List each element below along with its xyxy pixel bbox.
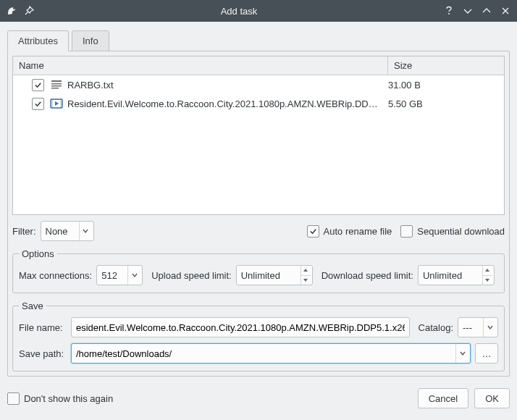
upload-limit-label: Upload speed limit: [151,270,232,281]
cancel-button[interactable]: Cancel [418,388,468,408]
svg-rect-3 [51,83,62,85]
window-title: Add task [35,6,443,17]
spinner-icon [482,266,492,285]
catalog-combo[interactable]: --- [458,317,498,337]
filename-label: File name: [19,322,67,333]
save-legend: Save [19,301,46,311]
file-row-checkbox[interactable] [32,79,44,91]
sequential-download-label: Sequential download [417,226,505,237]
file-row-checkbox[interactable] [32,98,44,110]
attributes-panel: Name Size RARBG.txt 31.00 B Resident.Evi… [7,51,510,377]
filter-combo[interactable]: None [41,221,94,241]
ok-button[interactable]: OK [474,388,510,408]
column-header-size[interactable]: Size [388,56,504,75]
close-icon[interactable] [500,5,511,17]
download-limit-label: Download speed limit: [321,270,413,281]
checkbox-icon [307,225,319,238]
help-icon[interactable] [443,5,455,17]
svg-point-0 [13,8,14,9]
savepath-input[interactable] [71,343,471,364]
upload-limit-spinner[interactable]: Unlimited [236,265,313,285]
savepath-label: Save path: [19,348,67,359]
tab-attributes[interactable]: Attributes [7,30,69,51]
svg-rect-8 [60,99,62,108]
catalog-label: Catalog: [419,322,453,333]
spinner-icon [300,266,311,285]
checkbox-icon [400,225,413,238]
filter-value: None [46,226,79,237]
auto-rename-checkbox[interactable]: Auto rename file [307,225,392,238]
max-connections-combo[interactable]: 512 [96,265,143,285]
browse-button[interactable]: … [475,343,498,364]
max-connections-label: Max connections: [19,270,92,281]
chevron-down-icon [127,266,140,285]
chevron-down-icon [79,222,92,240]
save-group: Save File name: Catalog: --- Save path: [12,301,505,371]
svg-rect-4 [51,85,62,87]
chevron-down-icon [483,318,496,337]
sequential-download-checkbox[interactable]: Sequential download [400,225,505,238]
filename-input[interactable] [71,317,410,337]
options-legend: Options [19,248,57,259]
file-name: Resident.Evil.Welcome.to.Raccoon.City.20… [67,98,388,109]
file-size: 5.50 GB [388,98,498,109]
tab-info[interactable]: Info [72,30,109,51]
minimize-icon[interactable] [462,5,474,17]
checkbox-icon [7,392,20,405]
download-limit-spinner[interactable]: Unlimited [418,265,495,285]
filter-label: Filter: [12,226,36,237]
dont-show-again-checkbox[interactable]: Don't show this again [7,392,113,405]
titlebar: Add task [0,0,517,22]
video-file-icon [50,97,63,110]
file-list-header: Name Size [13,56,504,75]
tab-bar: Attributes Info [7,30,510,51]
pin-icon[interactable] [23,5,35,17]
file-list: Name Size RARBG.txt 31.00 B Resident.Evi… [12,56,505,215]
ellipsis-icon: … [482,348,492,359]
file-name: RARBG.txt [67,80,388,91]
file-row[interactable]: Resident.Evil.Welcome.to.Raccoon.City.20… [13,94,504,113]
svg-rect-5 [51,88,59,89]
svg-rect-2 [51,80,62,82]
maximize-icon[interactable] [481,5,492,17]
chevron-down-icon [455,344,468,363]
file-row[interactable]: RARBG.txt 31.00 B [13,75,504,94]
dont-show-again-label: Don't show this again [24,393,113,404]
app-icon [6,5,17,17]
svg-rect-7 [51,99,53,108]
options-group: Options Max connections: 512 Upload spee… [12,248,505,293]
file-size: 31.00 B [388,80,498,91]
svg-point-1 [448,13,450,14]
auto-rename-label: Auto rename file [324,226,392,237]
text-file-icon [50,78,63,91]
column-header-name[interactable]: Name [13,56,388,75]
